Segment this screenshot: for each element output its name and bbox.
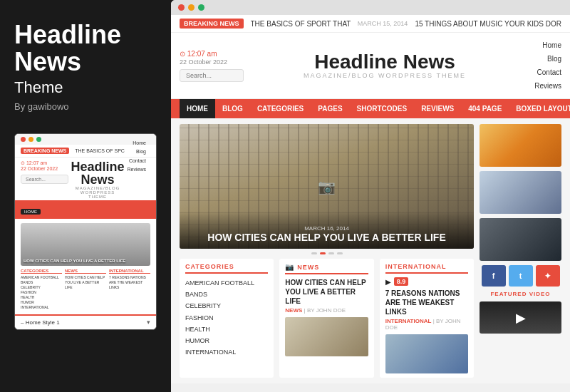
- mini-date: 22 October 2022: [21, 166, 68, 171]
- ticker-bar: BREAKING NEWS THE BASICS OF SPORT THAT Y…: [171, 15, 570, 33]
- mini-left-header: ⊙ 12:07 am 22 October 2022: [21, 160, 68, 199]
- hero-overlay: MARCH 16, 2014 HOW CITIES CAN HELP YOU L…: [180, 211, 474, 249]
- featured-video-thumb[interactable]: ▶: [480, 301, 561, 334]
- mini-time: ⊙ 12:07 am: [21, 160, 68, 166]
- browser-bar: [171, 0, 570, 15]
- header-right-nav: Home Blog Contact Reviews: [519, 38, 561, 93]
- header-time: ⊙ 12:07 am: [180, 50, 251, 58]
- news-col-header: 📷 NEWS: [285, 263, 368, 274]
- news-meta: NEWS | BY JOHN DOE: [285, 307, 368, 314]
- mini-col-cat-item2: BANDS: [21, 280, 62, 285]
- news-tag: NEWS: [285, 307, 302, 314]
- cat-link-health[interactable]: HEALTH: [185, 324, 268, 335]
- news-thumb: [285, 317, 368, 356]
- nav-item-404[interactable]: 404 PAGE: [461, 99, 509, 118]
- mini-dot-yellow: [28, 137, 33, 142]
- news-camera-icon: 📷: [285, 263, 294, 271]
- categories-col: CATEGORIES AMERICAN FOOTBALL BANDS CELEB…: [180, 259, 274, 378]
- news-col-title: NEWS: [297, 264, 319, 271]
- mini-select-row: – Home Style 1 ▾: [15, 314, 156, 329]
- cat-link-intl[interactable]: INTERNATIONAL: [185, 346, 268, 358]
- hero-dot-1: [311, 252, 317, 254]
- twitter-button[interactable]: t: [509, 265, 533, 287]
- header-nav-blog[interactable]: Blog: [519, 52, 561, 66]
- ticker-text: THE BASICS OF SPORT THAT YOU CAN BENEFIT…: [251, 20, 351, 28]
- header-left: ⊙ 12:07 am 22 October 2022: [180, 50, 251, 82]
- facebook-button[interactable]: f: [482, 265, 506, 287]
- mini-nav-reviews: Reviews: [128, 165, 146, 175]
- nav-item-home[interactable]: HOME: [180, 99, 215, 118]
- header-nav-home[interactable]: Home: [519, 38, 561, 52]
- ticker-date: MARCH 15, 2014: [358, 20, 408, 27]
- mini-col-news-item: HOW CITIES CAN HELP YOU LIVE A BETTER LI…: [65, 275, 106, 290]
- news-author: BY JOHN DOE: [307, 307, 346, 314]
- nav-item-pages[interactable]: PAGES: [311, 99, 349, 118]
- content-left: 📷 MARCH 16, 2014 HOW CITIES CAN HELP YOU…: [180, 124, 474, 378]
- mini-col-intl-item: 7 REASONS NATIONS ARE THE WEAKEST LINKS: [109, 275, 150, 290]
- camera-icon: 📷: [318, 178, 336, 195]
- hero-image: 📷 MARCH 16, 2014 HOW CITIES CAN HELP YOU…: [180, 124, 474, 249]
- intl-thumb: [385, 334, 468, 373]
- mini-search-input[interactable]: [21, 175, 68, 184]
- mini-nav-home: Home: [128, 139, 146, 148]
- hero-dot-2: [320, 252, 326, 254]
- left-title: HeadlineNews: [14, 21, 157, 76]
- mini-col-cat-title: CATEGORIES: [21, 269, 62, 274]
- mini-col-cat-item6: HUMOR: [21, 300, 62, 305]
- rss-button[interactable]: ✦: [536, 265, 560, 287]
- nav-item-reviews[interactable]: REVIEWS: [414, 99, 461, 118]
- mini-center-header: Headline News MAGAZINE/BLOG WORDPRESS TH…: [71, 160, 125, 199]
- news-col: 📷 NEWS HOW CITIES CAN HELP YOU LIVE A BE…: [279, 259, 373, 378]
- header-center: Headline News MAGAZINE/BLOG WORDPRESS TH…: [258, 52, 512, 79]
- categories-row: CATEGORIES AMERICAN FOOTBALL BANDS CELEB…: [180, 259, 474, 378]
- header-search-input[interactable]: [180, 69, 244, 82]
- header-date: 22 October 2022: [180, 58, 251, 66]
- news-article: HOW CITIES CAN HELP YOU LIVE A BETTER LI…: [285, 278, 368, 356]
- header-nav-contact[interactable]: Contact: [519, 66, 561, 79]
- social-bar: f t ✦: [480, 265, 561, 287]
- intl-meta: INTERNATIONAL | BY JOHN DOE: [385, 318, 468, 331]
- intl-tag: INTERNATIONAL: [385, 318, 432, 324]
- mini-breaking-badge: BREAKING NEWS: [21, 148, 69, 154]
- mini-nav-contact: Contact: [128, 157, 146, 166]
- mini-col-categories: CATEGORIES AMERICAN FOOTBALL BANDS CELEB…: [21, 269, 62, 310]
- mini-col-cat-item5: HEALTH: [21, 295, 62, 300]
- rating-badge: 8.9: [394, 277, 409, 286]
- site-header: ⊙ 12:07 am 22 October 2022 Headline News…: [171, 33, 570, 99]
- nav-item-blog[interactable]: BLOG: [215, 99, 250, 118]
- mini-dot-green: [36, 137, 41, 142]
- mini-select-arrow-icon: ▾: [147, 319, 156, 326]
- main-content: 📷 MARCH 16, 2014 HOW CITIES CAN HELP YOU…: [171, 118, 570, 383]
- header-nav-reviews[interactable]: Reviews: [519, 79, 561, 93]
- mini-col-cat-item4: FASHION: [21, 290, 62, 295]
- nav-item-shortcodes[interactable]: SHORTCODES: [350, 99, 415, 118]
- mini-home-style-label: – Home Style 1: [15, 316, 66, 329]
- hero-dots: [180, 252, 474, 254]
- nav-item-categories[interactable]: CATEGORIES: [250, 99, 311, 118]
- mini-home-btn[interactable]: HOME: [21, 209, 41, 215]
- mini-dot-red: [21, 137, 26, 142]
- nav-item-boxed[interactable]: BOXED LAYOUT: [509, 99, 570, 118]
- news-article-title: HOW CITIES CAN HELP YOU LIVE A BETTER LI…: [285, 278, 368, 306]
- categories-col-header: CATEGORIES: [185, 263, 268, 274]
- cat-link-humor[interactable]: HUMOR: [185, 335, 268, 346]
- intl-article-title: 7 REASONS NATIONS ARE THE WEAKEST LINKS: [385, 289, 468, 316]
- left-panel: HeadlineNews Theme By gawibowo BREAKING …: [0, 0, 171, 392]
- cat-link-celebrity[interactable]: CELEBRITY: [185, 300, 268, 311]
- video-icon: ▶: [385, 278, 391, 286]
- mini-header-row: ⊙ 12:07 am 22 October 2022 Headline News…: [15, 158, 156, 200]
- cat-link-bands[interactable]: BANDS: [185, 289, 268, 300]
- mini-col-cat-item3: CELEBRITY: [21, 285, 62, 290]
- right-panel: BREAKING NEWS THE BASICS OF SPORT THAT Y…: [171, 0, 570, 392]
- cat-link-fashion[interactable]: FASHION: [185, 312, 268, 324]
- mini-tagline: MAGAZINE/BLOG WORDPRESS THEME: [71, 186, 125, 199]
- sidebar-thumb-2: [480, 171, 561, 214]
- mini-site-title: Headline News: [71, 160, 125, 186]
- header-tagline: MAGAZINE/BLOG WORDPRESS THEME: [258, 72, 512, 79]
- cat-link-football[interactable]: AMERICAN FOOTBALL: [185, 277, 268, 289]
- mini-menu-bar: HOME: [15, 200, 156, 219]
- left-by: By gawibowo: [14, 101, 157, 112]
- main-nav: HOME BLOG CATEGORIES PAGES SHORTCODES RE…: [171, 99, 570, 118]
- mini-col-news-title: NEWS: [65, 269, 106, 274]
- mini-col-cat-item: AMERICAN FOOTBALL: [21, 275, 62, 280]
